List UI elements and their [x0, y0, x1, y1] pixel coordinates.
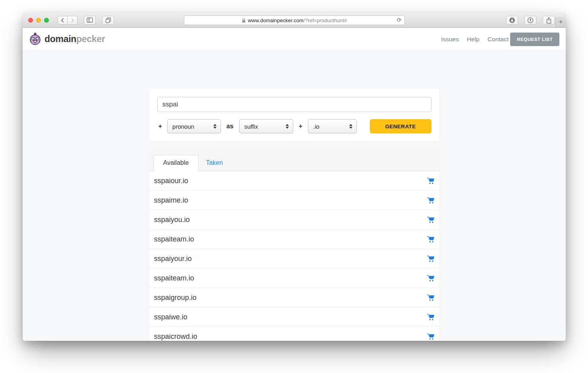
as-label: as [226, 123, 234, 130]
bird-logo-icon [29, 33, 41, 46]
wordlist-select[interactable]: pronoun [167, 119, 221, 133]
select-stepper-icon [213, 124, 217, 129]
add-to-cart-button[interactable] [427, 314, 435, 321]
site-logo[interactable]: domainpecker [29, 33, 105, 46]
shopping-cart-icon [427, 294, 435, 301]
share-button[interactable] [543, 16, 555, 25]
tld-value: .io [313, 123, 319, 130]
onepassword-icon [527, 17, 534, 23]
plus-separator: + [299, 123, 302, 130]
request-list-button[interactable]: REQUEST LIST [510, 33, 559, 46]
back-button[interactable] [58, 16, 68, 25]
position-select[interactable]: suffix [239, 119, 293, 133]
plus-separator: + [159, 123, 162, 130]
domain-name: sspaiyou.io [154, 216, 190, 224]
shopping-cart-icon [427, 197, 435, 204]
zoom-window-button[interactable] [44, 18, 49, 23]
site-nav: Issues Help Contact [441, 36, 509, 43]
shopping-cart-icon [427, 333, 435, 340]
add-to-cart-button[interactable] [427, 275, 435, 282]
shopping-cart-icon [427, 314, 435, 321]
downloads-button[interactable] [506, 16, 518, 25]
minimize-window-button[interactable] [36, 18, 41, 23]
shopping-cart-icon [427, 255, 435, 262]
wordlist-value: pronoun [172, 123, 194, 130]
domain-row: sspaiyour.io [149, 249, 439, 269]
domain-row: sspaiwe.io [149, 307, 439, 327]
domain-row: sspaiteam.io [149, 230, 439, 249]
shopping-cart-icon [427, 275, 435, 282]
page-content: + pronoun as suffix + .io GENERATE [23, 51, 566, 341]
domain-row: sspaiyou.io [149, 210, 439, 230]
close-window-button[interactable] [28, 18, 33, 23]
domain-name: sspaiyour.io [154, 255, 192, 263]
select-stepper-icon [286, 124, 289, 129]
add-to-cart-button[interactable] [427, 333, 435, 340]
add-to-cart-button[interactable] [427, 178, 435, 184]
tab-overview-button[interactable] [102, 16, 114, 25]
domain-row: sspaigroup.io [149, 288, 439, 307]
lock-icon [242, 18, 246, 23]
new-tab-button[interactable]: + [555, 17, 566, 27]
domain-name: sspaigroup.io [154, 294, 197, 302]
window-controls [28, 18, 49, 23]
add-to-cart-button[interactable] [427, 236, 435, 243]
tab-overview-icon [105, 17, 111, 23]
browser-window: www.domainpecker.com/?ref=producthunt# ⟳ [23, 13, 566, 341]
position-value: suffix [244, 123, 258, 130]
nav-link[interactable]: Contact [487, 36, 509, 43]
tld-select[interactable]: .io [308, 119, 357, 133]
domain-name: sspaiteam.io [154, 235, 194, 244]
add-to-cart-button[interactable] [427, 197, 435, 204]
generator-controls: + pronoun as suffix + .io GENERATE [157, 119, 431, 133]
logo-text-pecker: pecker [76, 34, 105, 44]
back-icon [60, 17, 65, 23]
shopping-cart-icon [427, 236, 435, 243]
shopping-cart-icon [427, 178, 435, 184]
generate-button[interactable]: GENERATE [370, 119, 431, 133]
browser-toolbar: www.domainpecker.com/?ref=producthunt# ⟳ [23, 13, 566, 28]
sidebar-icon [87, 17, 93, 23]
domain-name: sspaiwe.io [154, 313, 188, 321]
forward-icon [70, 17, 75, 23]
onepassword-extension-button[interactable] [524, 16, 536, 25]
nav-link[interactable]: Help [467, 36, 480, 43]
history-nav [58, 16, 77, 25]
logo-text: domainpecker [44, 34, 105, 44]
generator-card: + pronoun as suffix + .io GENERATE [149, 89, 439, 141]
add-to-cart-button[interactable] [427, 294, 435, 301]
tab-taken[interactable]: Taken [199, 155, 232, 171]
domain-name: sspaiteam.io [154, 274, 194, 282]
keyword-input[interactable] [157, 97, 431, 112]
results-card: Available Taken sspaiour.io [149, 151, 439, 341]
logo-text-domain: domain [44, 34, 76, 44]
nav-link[interactable]: Issues [441, 36, 459, 43]
domain-name: sspaiour.io [154, 177, 188, 185]
add-to-cart-button[interactable] [427, 255, 435, 262]
share-icon [546, 17, 552, 24]
tab-available[interactable]: Available [153, 155, 199, 171]
address-bar[interactable]: www.domainpecker.com/?ref=producthunt# ⟳ [184, 15, 405, 25]
domain-row: sspaiteam.io [149, 269, 439, 288]
results-tab-strip: Available Taken [149, 151, 439, 171]
reload-button[interactable]: ⟳ [397, 17, 402, 23]
site-header: domainpecker Issues Help Contact REQUEST… [23, 28, 566, 51]
forward-button[interactable] [68, 16, 77, 25]
domain-name: sspaime.io [154, 196, 188, 205]
select-stepper-icon [349, 124, 352, 129]
add-to-cart-button[interactable] [427, 216, 435, 223]
sidebar-button[interactable] [84, 16, 96, 25]
url-path: /?ref=producthunt# [304, 17, 347, 23]
domain-row: sspaime.io [149, 191, 439, 210]
shopping-cart-icon [427, 216, 435, 223]
domain-row: sspaiour.io [149, 171, 439, 191]
toolbar-right [506, 16, 555, 25]
domain-row: sspaicrowd.io [149, 327, 439, 341]
domain-name: sspaicrowd.io [154, 332, 197, 341]
download-icon [509, 17, 515, 23]
url-host: www.domainpecker.com [248, 17, 304, 23]
domain-list: sspaiour.io sspaime.io [149, 171, 439, 341]
